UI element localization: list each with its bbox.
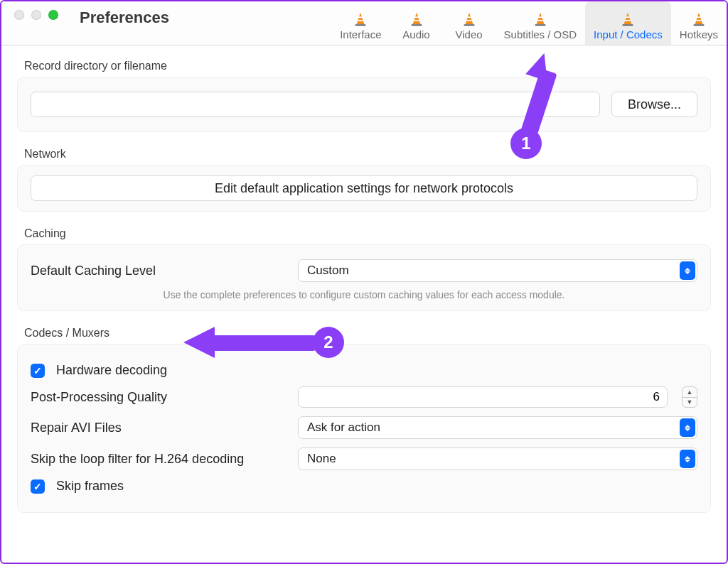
section-record-label: Record directory or filename <box>10 60 718 77</box>
svg-marker-4 <box>412 13 420 25</box>
svg-rect-9 <box>464 24 474 26</box>
select-value: Custom <box>307 264 349 278</box>
select-value: None <box>307 452 336 466</box>
close-window-button[interactable] <box>14 10 24 20</box>
numeric-value: 6 <box>653 390 660 404</box>
tab-hotkeys[interactable]: Hotkeys <box>671 1 727 45</box>
svg-rect-14 <box>538 16 542 18</box>
minimize-window-button[interactable] <box>31 10 41 20</box>
svg-marker-20 <box>695 13 702 25</box>
post-processing-quality-stepper[interactable]: ▲ ▼ <box>682 386 697 408</box>
stepper-down-icon[interactable]: ▼ <box>682 398 697 408</box>
window-controls <box>1 1 68 20</box>
svg-rect-13 <box>535 24 545 26</box>
tab-label: Input / Codecs <box>594 28 663 40</box>
skip-loop-filter-select[interactable]: None <box>298 448 697 470</box>
cone-icon <box>532 11 548 27</box>
hardware-decoding-checkbox[interactable]: ✓ <box>31 364 45 378</box>
svg-rect-7 <box>414 20 419 21</box>
window-title: Preferences <box>68 1 169 27</box>
skip-frames-label: Skip frames <box>56 479 124 494</box>
svg-marker-8 <box>465 13 473 25</box>
svg-rect-18 <box>626 16 631 18</box>
svg-rect-23 <box>696 20 701 21</box>
default-caching-level-select[interactable]: Custom <box>298 259 697 282</box>
svg-rect-22 <box>697 16 701 18</box>
titlebar: Preferences Interface Audio Video Subtit… <box>1 1 727 45</box>
svg-rect-21 <box>694 24 705 26</box>
cone-icon <box>620 11 636 27</box>
tab-audio[interactable]: Audio <box>390 1 443 45</box>
cone-icon <box>353 11 368 27</box>
annotation-badge-2: 2 <box>313 327 344 358</box>
section-caching-panel: Default Caching Level Custom Use the com… <box>17 244 711 311</box>
hardware-decoding-label: Hardware decoding <box>56 363 167 378</box>
section-codecs-panel: ✓ Hardware decoding Post-Processing Qual… <box>17 344 711 513</box>
annotation-arrow-2-stem <box>209 335 316 351</box>
tab-video[interactable]: Video <box>443 1 496 45</box>
zoom-window-button[interactable] <box>48 10 58 20</box>
svg-rect-15 <box>537 20 542 21</box>
cone-icon <box>691 11 707 27</box>
tab-input-codecs[interactable]: Input / Codecs <box>585 1 671 45</box>
tab-label: Video <box>455 28 482 40</box>
cone-icon <box>409 11 424 27</box>
default-caching-level-label: Default Caching Level <box>31 264 287 278</box>
svg-marker-0 <box>357 13 365 25</box>
section-network-label: Network <box>10 148 718 165</box>
skip-frames-checkbox[interactable]: ✓ <box>31 479 45 494</box>
svg-rect-19 <box>626 20 631 21</box>
section-record-panel: Browse... <box>17 77 711 132</box>
repair-avi-files-select[interactable]: Ask for action <box>298 416 697 439</box>
tab-label: Interface <box>340 28 381 40</box>
toolbar-tabs: Interface Audio Video Subtitles / OSD In… <box>331 1 727 45</box>
annotation-badge-1: 1 <box>510 128 542 159</box>
chevron-up-down-icon <box>680 418 695 437</box>
tab-interface[interactable]: Interface <box>331 1 390 45</box>
svg-marker-12 <box>536 13 544 25</box>
svg-rect-5 <box>411 24 422 26</box>
browse-button[interactable]: Browse... <box>611 92 697 117</box>
post-processing-quality-input[interactable]: 6 <box>298 386 668 408</box>
svg-rect-10 <box>467 16 471 18</box>
section-codecs-label: Codecs / Muxers <box>10 327 718 344</box>
svg-rect-3 <box>358 20 363 21</box>
record-directory-input[interactable] <box>31 92 600 117</box>
caching-hint: Use the complete preferences to configur… <box>31 289 697 300</box>
select-value: Ask for action <box>307 421 380 435</box>
section-network-panel: Edit default application settings for ne… <box>17 165 711 212</box>
svg-marker-16 <box>624 13 632 25</box>
content-area: Record directory or filename Browse... N… <box>1 45 727 513</box>
annotation-arrow-2 <box>183 327 215 358</box>
svg-rect-1 <box>355 24 366 26</box>
tab-label: Hotkeys <box>680 28 718 40</box>
cone-icon <box>461 11 477 27</box>
post-processing-quality-label: Post-Processing Quality <box>31 390 287 405</box>
tab-label: Audio <box>402 28 429 40</box>
svg-rect-11 <box>466 20 471 21</box>
stepper-up-icon[interactable]: ▲ <box>682 387 697 398</box>
skip-loop-filter-label: Skip the loop filter for H.264 decoding <box>31 452 287 467</box>
section-caching-label: Caching <box>10 227 718 244</box>
tab-label: Subtitles / OSD <box>504 28 577 40</box>
chevron-up-down-icon <box>680 450 695 468</box>
tab-subtitles-osd[interactable]: Subtitles / OSD <box>496 1 586 45</box>
chevron-up-down-icon <box>680 261 695 280</box>
svg-rect-17 <box>623 24 633 26</box>
edit-network-settings-button[interactable]: Edit default application settings for ne… <box>31 175 697 201</box>
repair-avi-files-label: Repair AVI Files <box>31 421 287 435</box>
svg-rect-2 <box>359 16 363 18</box>
svg-rect-6 <box>414 16 419 18</box>
